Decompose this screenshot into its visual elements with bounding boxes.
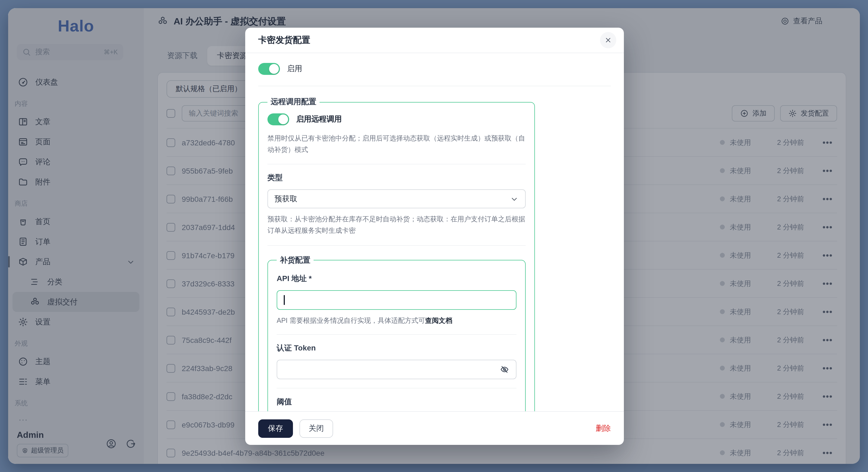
row-more-button[interactable]: •••: [823, 448, 833, 458]
status-label: 未使用: [730, 335, 751, 345]
api-help-text: API 需要根据业务情况自行实现，具体适配方式可查阅文档: [277, 316, 517, 325]
remote-call-fieldset: 远程调用配置 启用远程调用 禁用时仅从已有卡密池中分配；启用后可选择动态获取（远…: [258, 97, 535, 411]
row-checkbox[interactable]: [166, 223, 175, 231]
api-url-input[interactable]: [277, 290, 517, 310]
sidebar-item-label: 主题: [35, 357, 51, 367]
modal-header: 卡密发货配置: [245, 28, 624, 53]
sidebar-item-主题[interactable]: 主题: [8, 352, 144, 372]
row-checkbox[interactable]: [166, 138, 175, 147]
sidebar-item-仪表盘[interactable]: 仪表盘: [8, 72, 144, 92]
row-timestamp: 2 分钟前: [769, 335, 804, 345]
close-button[interactable]: 关闭: [300, 419, 333, 438]
row-more-button[interactable]: •••: [823, 335, 833, 345]
status-dot: [720, 281, 725, 286]
sidebar-item-虚拟交付[interactable]: 虚拟交付: [12, 292, 140, 312]
card-key-id: 2037a697-1dd4: [182, 223, 235, 231]
view-product-button[interactable]: 查看产品: [781, 16, 823, 26]
restock-fieldset: 补货配置 API 地址 * API 需要根据业务情况自行实现，具体适配方式可查阅…: [268, 255, 526, 411]
card-key-id: 9e25493d-b4ef-4b79-a84b-361c5b72d0ee: [182, 448, 324, 457]
save-button[interactable]: 保存: [258, 419, 293, 438]
sidebar-section-label: 商店: [8, 192, 144, 212]
modal-title: 卡密发货配置: [258, 34, 310, 46]
sidebar-item-菜单[interactable]: 菜单: [8, 372, 144, 392]
row-more-button[interactable]: •••: [823, 279, 833, 288]
sidebar-item-订单[interactable]: 订单: [8, 232, 144, 252]
modal-close-button[interactable]: [600, 32, 616, 48]
delivery-config-button[interactable]: 发货配置: [780, 105, 837, 122]
remote-call-description: 禁用时仅从已有卡密池中分配；启用后可选择动态获取（远程实时生成）或预获取（自动补…: [268, 133, 526, 155]
row-timestamp: 2 分钟前: [769, 391, 804, 401]
status-label: 未使用: [730, 307, 751, 317]
sidebar-item-页面[interactable]: 页面: [8, 132, 144, 152]
enable-toggle[interactable]: [258, 63, 280, 75]
row-more-button[interactable]: •••: [823, 420, 833, 429]
sidebar-item-文章[interactable]: 文章: [8, 112, 144, 132]
sidebar-item-label: 产品: [35, 257, 51, 266]
status-dot: [720, 196, 725, 201]
sidebar-item-首页[interactable]: 首页: [8, 212, 144, 232]
type-select[interactable]: 预获取: [268, 190, 526, 209]
docs-link[interactable]: 查阅文档: [425, 317, 452, 324]
row-more-button[interactable]: •••: [823, 251, 833, 260]
row-checkbox[interactable]: [166, 194, 175, 203]
user-name: Admin: [17, 430, 68, 440]
sidebar-section-label: 系统: [8, 392, 144, 411]
sidebar-item-设置[interactable]: 设置: [8, 312, 144, 332]
profile-icon[interactable]: [106, 438, 117, 449]
tab-resource-download[interactable]: 资源下载: [157, 51, 207, 61]
token-input[interactable]: [277, 359, 517, 379]
remote-call-toggle[interactable]: [268, 114, 289, 125]
chevron-down-icon: [510, 195, 519, 203]
row-timestamp: 2 分钟前: [769, 307, 804, 317]
row-checkbox[interactable]: [166, 307, 175, 316]
row-more-button[interactable]: •••: [823, 194, 833, 203]
row-checkbox[interactable]: [166, 448, 175, 457]
row-checkbox[interactable]: [166, 279, 175, 288]
sidebar-item-评论[interactable]: 评论: [8, 152, 144, 172]
row-more-button[interactable]: •••: [823, 392, 833, 401]
app-cubes-icon: [157, 16, 168, 27]
status-label: 未使用: [730, 166, 751, 176]
row-more-button[interactable]: •••: [823, 222, 833, 232]
spec-chip[interactable]: 默认规格（已启用）: [166, 80, 251, 98]
sidebar-section-label: 内容: [8, 92, 144, 112]
row-checkbox[interactable]: [166, 251, 175, 260]
eye-off-icon[interactable]: [500, 364, 509, 374]
plus-circle-icon: [740, 109, 749, 118]
card-key-id: e9c067b3-db99: [182, 420, 235, 429]
row-more-button[interactable]: •••: [823, 307, 833, 316]
row-more-button[interactable]: •••: [823, 166, 833, 175]
divider: [277, 334, 517, 335]
select-all-checkbox[interactable]: [166, 109, 175, 118]
status-dot: [720, 394, 725, 399]
row-more-button[interactable]: •••: [823, 364, 833, 373]
sidebar-item-分类[interactable]: 分类: [8, 272, 144, 292]
gear-icon: [788, 109, 797, 118]
card-key-id: 224f33ab-9c28: [182, 364, 232, 373]
sidebar-item-产品[interactable]: 产品: [8, 252, 144, 272]
comment-icon: [18, 157, 28, 167]
row-checkbox[interactable]: [166, 364, 175, 373]
sidebar-item-附件[interactable]: 附件: [8, 172, 144, 192]
status-label: 未使用: [730, 363, 751, 373]
sidebar-search-input[interactable]: 搜索 ⌘+K: [17, 44, 123, 60]
delete-button[interactable]: 删除: [596, 423, 611, 433]
row-checkbox[interactable]: [166, 392, 175, 401]
row-checkbox[interactable]: [166, 420, 175, 429]
row-timestamp: 2 分钟前: [769, 448, 804, 458]
sidebar-item-label: 订单: [35, 237, 51, 247]
status-dot: [720, 450, 725, 455]
sidebar-overflow-item[interactable]: ...: [8, 411, 144, 424]
row-more-button[interactable]: •••: [823, 138, 833, 147]
sidebar-item-label: 文章: [35, 117, 51, 127]
status-label: 未使用: [730, 391, 751, 401]
logout-icon[interactable]: [125, 438, 136, 449]
text-cursor: [284, 295, 284, 305]
card-key-id: 75ca8c9c-442f: [182, 336, 231, 344]
add-button[interactable]: 添加: [732, 105, 775, 122]
row-checkbox[interactable]: [166, 336, 175, 344]
article-icon: [18, 117, 28, 127]
status-label: 未使用: [730, 137, 751, 147]
status-label: 未使用: [730, 250, 751, 260]
row-checkbox[interactable]: [166, 166, 175, 175]
